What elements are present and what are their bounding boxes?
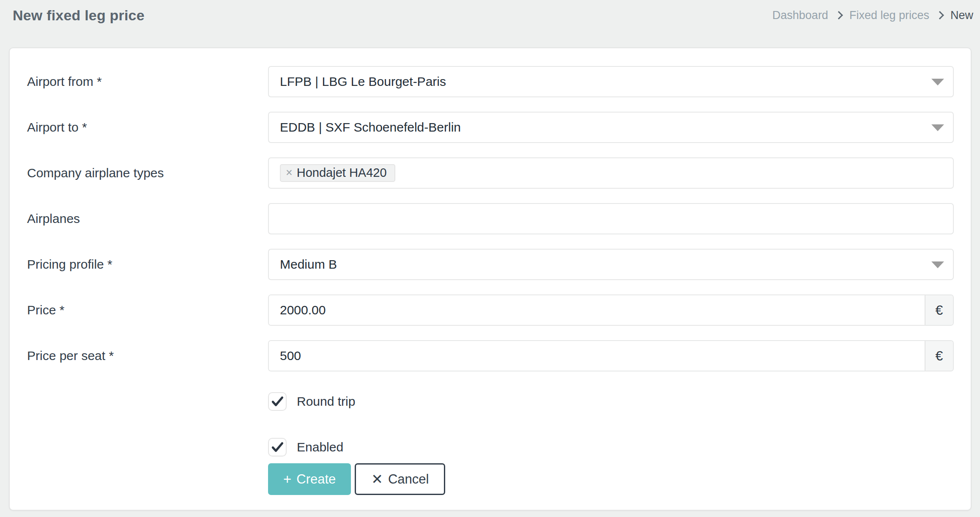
form-row-airplanes: Airplanes	[27, 203, 954, 234]
checkbox-section: Round trip Enabled	[268, 392, 954, 456]
page-header: New fixed leg price Dashboard Fixed leg …	[0, 0, 980, 25]
round-trip-checkbox[interactable]	[268, 392, 287, 411]
form-row-airport-from: Airport from * LFPB | LBG Le Bourget-Par…	[27, 66, 954, 97]
round-trip-label: Round trip	[297, 394, 355, 409]
pricing-profile-label: Pricing profile *	[27, 257, 268, 272]
enabled-label: Enabled	[297, 440, 343, 454]
enabled-checkbox[interactable]	[268, 438, 287, 456]
caret-down-icon	[931, 124, 944, 131]
pricing-profile-value: Medium B	[280, 257, 337, 272]
form-actions: + Create ✕ Cancel	[268, 463, 954, 495]
checkmark-icon	[270, 440, 285, 454]
airport-from-label: Airport from *	[27, 74, 268, 89]
airport-from-select[interactable]: LFPB | LBG Le Bourget-Paris	[268, 66, 954, 97]
cancel-button[interactable]: ✕ Cancel	[355, 463, 445, 495]
caret-down-icon	[931, 79, 944, 85]
price-input[interactable]	[269, 295, 925, 325]
price-currency-addon: €	[925, 295, 953, 325]
price-label: Price *	[27, 303, 268, 317]
breadcrumb-item-fixed-leg-prices[interactable]: Fixed leg prices	[849, 9, 929, 22]
chip-remove-icon[interactable]: ×	[286, 167, 293, 179]
breadcrumb-item-new: New	[950, 9, 973, 22]
form-row-pricing-profile: Pricing profile * Medium B	[27, 249, 954, 280]
enabled-checkbox-row[interactable]: Enabled	[268, 438, 954, 456]
airplanes-label: Airplanes	[27, 212, 268, 226]
breadcrumb: Dashboard Fixed leg prices New	[772, 9, 974, 22]
round-trip-checkbox-row[interactable]: Round trip	[268, 392, 954, 411]
company-airplane-types-label: Company airplane types	[27, 166, 268, 180]
plus-icon: +	[283, 472, 291, 486]
form-row-airport-to: Airport to * EDDB | SXF Schoenefeld-Berl…	[27, 112, 954, 143]
form-row-price: Price * €	[27, 294, 954, 326]
chip-label: Hondajet HA420	[297, 166, 387, 180]
chip-hondajet-ha420[interactable]: × Hondajet HA420	[280, 164, 395, 182]
price-input-group: €	[268, 294, 954, 326]
x-icon: ✕	[371, 472, 383, 486]
price-per-seat-input[interactable]	[269, 341, 925, 371]
form-row-company-airplane-types: Company airplane types × Hondajet HA420	[27, 157, 954, 189]
caret-down-icon	[931, 261, 944, 268]
form-card: Airport from * LFPB | LBG Le Bourget-Par…	[9, 47, 972, 511]
chevron-right-icon	[936, 11, 944, 19]
pricing-profile-select[interactable]: Medium B	[268, 249, 954, 280]
price-per-seat-input-group: €	[268, 340, 954, 371]
price-per-seat-currency-addon: €	[925, 341, 953, 371]
create-button[interactable]: + Create	[268, 463, 351, 495]
form-row-price-per-seat: Price per seat * €	[27, 340, 954, 371]
airport-to-select[interactable]: EDDB | SXF Schoenefeld-Berlin	[268, 112, 954, 143]
page-title: New fixed leg price	[13, 7, 145, 24]
airport-to-value: EDDB | SXF Schoenefeld-Berlin	[280, 120, 461, 135]
cancel-button-label: Cancel	[388, 472, 429, 487]
airport-from-value: LFPB | LBG Le Bourget-Paris	[280, 74, 446, 89]
checkmark-icon	[270, 394, 285, 409]
price-per-seat-label: Price per seat *	[27, 349, 268, 363]
chevron-right-icon	[835, 11, 843, 19]
airport-to-label: Airport to *	[27, 120, 268, 135]
create-button-label: Create	[296, 472, 336, 487]
breadcrumb-item-dashboard[interactable]: Dashboard	[772, 9, 828, 22]
company-airplane-types-multiselect[interactable]: × Hondajet HA420	[268, 157, 954, 189]
airplanes-multiselect[interactable]	[268, 203, 954, 234]
